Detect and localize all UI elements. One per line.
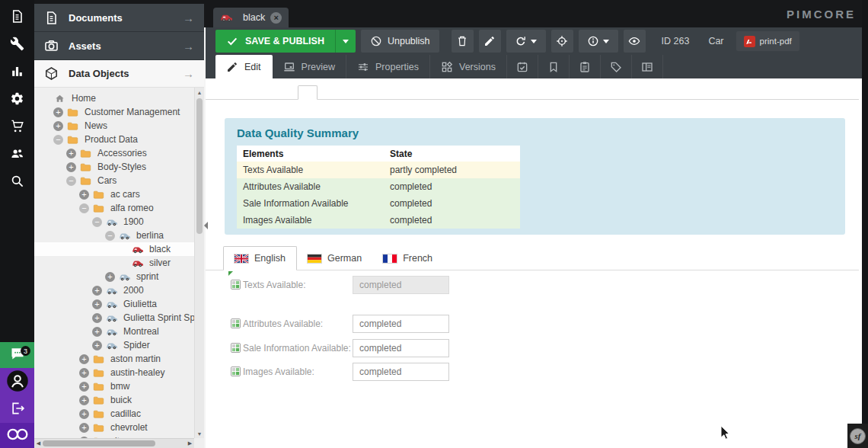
main-tab[interactable] xyxy=(507,55,538,78)
scroll-up-arrow[interactable]: ▲ xyxy=(195,88,204,97)
main-tab[interactable]: Versions xyxy=(430,55,507,78)
sidebar-panel-header[interactable]: Documents→ xyxy=(34,4,204,32)
tree-vertical-scrollbar[interactable]: ▲ ▼ xyxy=(194,88,204,438)
tree-item[interactable]: +Giulietta xyxy=(34,297,194,311)
main-tab[interactable] xyxy=(570,55,601,78)
tree-toggle[interactable]: + xyxy=(66,162,76,172)
tree-item[interactable]: −Product Data xyxy=(34,133,194,146)
tree-toggle[interactable] xyxy=(118,258,128,268)
field-input[interactable] xyxy=(353,315,449,333)
tree-toggle[interactable]: + xyxy=(92,341,102,350)
main-tab[interactable] xyxy=(601,55,632,78)
tree-toggle[interactable]: + xyxy=(53,107,63,117)
open-object-tab[interactable]: black × xyxy=(213,8,289,27)
rail-button[interactable] xyxy=(0,141,34,168)
tree-item[interactable]: +austin-healey xyxy=(34,366,194,379)
tree-item[interactable]: −alfa romeo xyxy=(34,201,194,215)
tree-toggle[interactable]: + xyxy=(105,272,115,282)
rail-bottom-button[interactable] xyxy=(0,368,34,397)
scroll-right-arrow[interactable]: ▶ xyxy=(186,439,194,448)
info-button[interactable] xyxy=(579,30,618,53)
tree-toggle[interactable]: − xyxy=(53,135,63,145)
tree-toggle[interactable]: + xyxy=(92,327,102,337)
tree-toggle[interactable]: + xyxy=(92,313,102,323)
rail-bottom-button[interactable]: 3 xyxy=(0,342,34,368)
rail-bottom-button[interactable] xyxy=(0,397,34,423)
language-tab[interactable]: English xyxy=(223,246,297,270)
tree-item[interactable]: +Accessories xyxy=(34,146,194,160)
field-input[interactable] xyxy=(353,339,449,357)
rail-button[interactable] xyxy=(0,114,34,141)
tree-item[interactable]: +ac cars xyxy=(34,187,194,201)
language-tab[interactable]: French xyxy=(372,247,443,270)
tree-toggle[interactable]: + xyxy=(92,286,102,296)
rail-button[interactable] xyxy=(0,86,34,114)
tree-toggle[interactable]: + xyxy=(79,190,89,200)
field-input[interactable] xyxy=(353,276,449,294)
rail-button[interactable] xyxy=(0,168,34,196)
rail-bottom-button[interactable] xyxy=(0,423,34,448)
save-options-caret[interactable] xyxy=(335,30,356,53)
main-tab[interactable] xyxy=(538,55,570,78)
tree-item[interactable]: +2000 xyxy=(34,283,194,297)
sidebar-panel-header[interactable]: Assets→ xyxy=(34,32,204,60)
tree-item[interactable]: −berlina xyxy=(34,229,194,242)
tree-item[interactable]: silver xyxy=(34,256,194,270)
tree-item[interactable]: +Montreal xyxy=(34,325,194,338)
tree-item[interactable]: +Spider xyxy=(34,338,194,352)
main-tab[interactable]: Preview xyxy=(273,55,346,78)
save-publish-button[interactable]: SAVE & PUBLISH xyxy=(215,30,356,53)
tree-item[interactable]: −Cars xyxy=(34,174,194,187)
symfony-toolbar-button[interactable]: sf xyxy=(847,424,868,448)
tree-item[interactable]: +sprint xyxy=(34,270,194,283)
tree-item[interactable]: +buick xyxy=(34,393,194,407)
rail-button[interactable] xyxy=(0,31,34,59)
reload-button[interactable] xyxy=(506,30,546,53)
rename-button[interactable] xyxy=(479,30,501,53)
tree-toggle[interactable]: + xyxy=(79,354,89,364)
tree-item[interactable]: +aston martin xyxy=(34,352,194,366)
locate-in-tree-button[interactable] xyxy=(551,30,573,53)
print-pdf-button[interactable]: print-pdf xyxy=(736,31,799,51)
tree-item[interactable]: +bmw xyxy=(34,379,194,393)
tree-item[interactable]: −1900 xyxy=(34,215,194,229)
tree-toggle[interactable]: + xyxy=(79,382,89,392)
tree-item[interactable]: +News xyxy=(34,119,194,133)
tree-toggle[interactable] xyxy=(118,245,128,254)
main-tab[interactable]: Properties xyxy=(346,55,430,78)
tree-toggle[interactable]: + xyxy=(79,409,89,419)
tab-close-button[interactable]: × xyxy=(270,12,282,24)
tree-toggle[interactable]: − xyxy=(79,203,89,213)
tree-item[interactable]: +Body-Styles xyxy=(34,160,194,174)
tree-toggle[interactable]: + xyxy=(79,423,89,433)
subtab[interactable] xyxy=(298,85,318,100)
tree-toggle[interactable]: − xyxy=(66,176,76,186)
tree-toggle[interactable]: + xyxy=(79,368,89,378)
scroll-left-arrow[interactable]: ◀ xyxy=(34,439,43,448)
main-tab[interactable] xyxy=(632,55,663,78)
tree-item[interactable]: +chevrolet xyxy=(34,421,194,434)
field-input[interactable] xyxy=(353,363,449,381)
rail-button[interactable] xyxy=(0,4,34,31)
tree-horizontal-scrollbar[interactable]: ◀ ▶ xyxy=(34,438,194,448)
tree-item[interactable]: black xyxy=(34,242,194,256)
tree-toggle[interactable]: + xyxy=(92,299,102,309)
main-tab[interactable]: Edit xyxy=(215,55,273,78)
language-tab[interactable]: German xyxy=(297,247,372,270)
unpublish-button[interactable]: Unpublish xyxy=(361,30,439,53)
open-preview-button[interactable] xyxy=(624,30,646,53)
tree-item[interactable]: Home xyxy=(34,91,194,105)
tree-toggle[interactable] xyxy=(40,94,50,104)
vertical-scroll-thumb[interactable] xyxy=(196,98,203,234)
tree-toggle[interactable]: + xyxy=(79,395,89,405)
tree-toggle[interactable]: − xyxy=(92,217,102,227)
rail-button[interactable] xyxy=(0,59,34,86)
tree-toggle[interactable]: − xyxy=(105,231,115,241)
sidebar-panel-header[interactable]: Data Objects→ xyxy=(34,60,204,88)
scroll-down-arrow[interactable]: ▼ xyxy=(195,429,204,438)
delete-button[interactable] xyxy=(452,30,474,53)
horizontal-scroll-thumb[interactable] xyxy=(43,440,155,446)
tree-toggle[interactable]: + xyxy=(66,149,76,158)
tree-item[interactable]: +Customer Management xyxy=(34,105,194,119)
tree-toggle[interactable]: + xyxy=(53,121,63,131)
